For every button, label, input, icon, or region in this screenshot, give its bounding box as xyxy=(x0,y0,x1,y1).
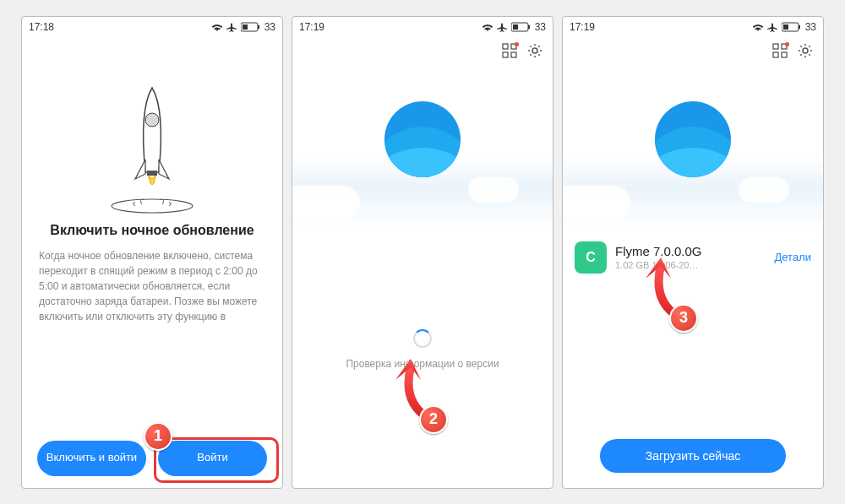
checking-text: Проверка информации о версии xyxy=(346,358,499,370)
svg-rect-11 xyxy=(503,52,508,57)
battery-icon xyxy=(511,22,532,32)
status-bar: 17:18 33 xyxy=(22,17,282,37)
screen-update-available: 17:19 33 C Flyme xyxy=(562,16,824,489)
svg-rect-15 xyxy=(799,25,800,29)
airplane-icon xyxy=(226,22,237,32)
airplane-icon xyxy=(767,22,778,32)
onboard-content: Включить ночное обновление Когда ночное … xyxy=(22,37,282,324)
rocket-illustration xyxy=(101,79,203,214)
update-subtitle: 1.02 GB 15-06-20… xyxy=(615,260,775,270)
notification-dot xyxy=(515,42,519,46)
svg-rect-12 xyxy=(511,52,516,57)
battery-pct: 33 xyxy=(264,21,275,33)
top-bar xyxy=(563,37,823,68)
update-row[interactable]: C Flyme 7.0.0.0G 1.02 GB 15-06-20… Детал… xyxy=(563,233,823,282)
screen-checking: 17:19 33 Проверка информ xyxy=(292,16,553,489)
update-name: Flyme 7.0.0.0G xyxy=(615,244,775,258)
status-icons: 33 xyxy=(752,21,816,33)
battery-pct: 33 xyxy=(535,21,546,33)
wifi-icon xyxy=(211,22,223,32)
svg-rect-19 xyxy=(773,52,778,57)
update-app-icon: C xyxy=(575,241,607,274)
svg-rect-17 xyxy=(773,44,778,49)
svg-point-13 xyxy=(532,48,537,53)
header-illustration xyxy=(292,68,553,228)
svg-rect-16 xyxy=(783,24,788,30)
details-link[interactable]: Детали xyxy=(775,251,812,263)
battery-icon xyxy=(782,22,802,32)
svg-rect-8 xyxy=(513,24,518,30)
download-now-button[interactable]: Загрузить сейчас xyxy=(600,439,786,473)
spinner-icon xyxy=(413,329,432,348)
settings-icon[interactable] xyxy=(527,43,542,62)
wifi-icon xyxy=(482,22,493,32)
status-icons: 33 xyxy=(211,21,275,33)
update-info: Flyme 7.0.0.0G 1.02 GB 15-06-20… xyxy=(615,244,775,270)
svg-point-21 xyxy=(803,48,808,53)
notification-dot xyxy=(785,42,789,46)
status-icons: 33 xyxy=(482,21,546,33)
battery-icon xyxy=(241,22,261,32)
step-badge-3: 3 xyxy=(669,304,698,333)
wifi-icon xyxy=(752,22,764,32)
svg-point-3 xyxy=(112,199,193,213)
svg-rect-1 xyxy=(258,25,259,29)
status-bar: 17:19 33 xyxy=(563,17,823,37)
svg-rect-20 xyxy=(782,52,787,57)
top-bar xyxy=(292,37,553,68)
svg-rect-2 xyxy=(243,24,248,30)
status-bar: 17:19 33 xyxy=(292,17,553,37)
settings-icon[interactable] xyxy=(798,43,813,62)
enable-and-enter-button[interactable]: Включить и войти xyxy=(37,441,146,476)
globe-icon xyxy=(384,101,461,177)
screen-night-update: 17:18 33 xyxy=(21,16,283,489)
status-time: 17:19 xyxy=(299,21,324,33)
apps-grid-icon[interactable] xyxy=(772,43,788,62)
step-badge-2: 2 xyxy=(419,405,448,434)
status-time: 17:18 xyxy=(29,21,54,33)
globe-icon xyxy=(655,101,731,177)
svg-rect-5 xyxy=(147,171,157,176)
airplane-icon xyxy=(497,22,508,32)
svg-rect-9 xyxy=(503,44,508,49)
battery-pct: 33 xyxy=(805,21,816,33)
checking-block: Проверка информации о версии xyxy=(292,329,553,370)
onboard-title: Включить ночное обновление xyxy=(50,223,254,238)
status-time: 17:19 xyxy=(570,21,595,33)
svg-point-4 xyxy=(145,113,159,127)
header-illustration xyxy=(563,68,823,228)
onboard-buttons: Включить и войти Войти xyxy=(22,441,282,476)
svg-rect-7 xyxy=(528,25,530,29)
apps-grid-icon[interactable] xyxy=(502,43,517,62)
onboard-body: Когда ночное обновление включено, систем… xyxy=(39,248,265,324)
enter-button[interactable]: Войти xyxy=(158,441,267,476)
